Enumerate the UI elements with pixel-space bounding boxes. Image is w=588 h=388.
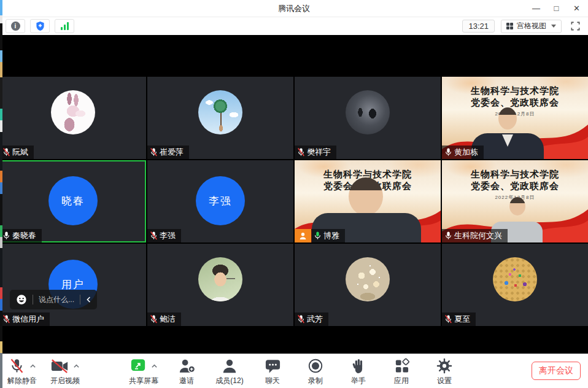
- participant-name: 武芳: [307, 314, 323, 324]
- participant-tile[interactable]: 用户 说点什么...: [0, 244, 146, 326]
- participant-name: 阮斌: [12, 147, 28, 157]
- avatar: 李强: [196, 176, 245, 225]
- desktop-edge-strip: [0, 0, 2, 388]
- mic-muted-icon: [297, 147, 305, 157]
- chevron-up-icon[interactable]: [73, 363, 80, 368]
- participant-name-label: 武芳: [295, 312, 328, 326]
- avatar: [51, 90, 95, 134]
- collapse-chevron-icon[interactable]: [86, 296, 91, 303]
- quick-chat-bubble[interactable]: 说点什么...: [10, 290, 97, 309]
- leave-meeting-button[interactable]: 离开会议: [532, 362, 581, 380]
- mic-muted-icon: [150, 147, 158, 157]
- avatar-art: [346, 257, 390, 301]
- participant-name-label: 阮斌: [0, 146, 34, 159]
- video-stage: 阮斌 崔爱萍: [0, 35, 588, 354]
- fullscreen-button[interactable]: [568, 20, 582, 33]
- quick-chat-placeholder[interactable]: 说点什么...: [39, 295, 74, 305]
- chevron-down-icon: [551, 25, 556, 28]
- person-head: [498, 107, 517, 130]
- raise-hand-button[interactable]: 举手: [344, 357, 373, 386]
- participant-tile[interactable]: 樊祥宇: [295, 77, 441, 159]
- security-button[interactable]: [30, 19, 50, 33]
- apps-button[interactable]: 应用: [387, 357, 416, 386]
- avatar: [346, 257, 390, 301]
- avatar: [198, 90, 242, 134]
- mic-speaking-icon: [314, 231, 322, 240]
- chat-label: 聊天: [265, 376, 280, 386]
- avatar-initials: 晓春: [61, 194, 85, 208]
- participant-tile[interactable]: 武芳: [295, 244, 441, 326]
- view-mode-selector[interactable]: 宫格视图: [501, 20, 562, 33]
- divider: [80, 295, 80, 305]
- settings-button[interactable]: 设置: [430, 357, 459, 386]
- participant-tile[interactable]: 晓春 秦晓春: [0, 160, 146, 243]
- avatar-art: [198, 90, 242, 134]
- participant-tile[interactable]: 生物科学与技术学院 党委会、党政联席会: [295, 160, 441, 243]
- record-icon: [308, 358, 323, 374]
- mic-on-icon: [444, 231, 452, 240]
- participant-tile[interactable]: 鲍洁: [147, 244, 293, 326]
- mic-on-icon: [444, 147, 452, 157]
- participant-name-label: 秦晓春: [0, 229, 42, 243]
- invite-person-icon: [178, 358, 196, 374]
- members-person-icon: [221, 358, 238, 374]
- chat-bubble-icon: [265, 358, 281, 374]
- invite-button[interactable]: 邀请: [172, 357, 201, 386]
- participant-tile[interactable]: 生物科学与技术学院 党委会、党政联席会 2022年12月8日: [442, 77, 588, 159]
- meeting-statusbar: i 13:21 宫格视图: [0, 17, 588, 35]
- network-status-button[interactable]: [55, 19, 74, 33]
- unmute-button[interactable]: 解除静音: [7, 357, 37, 386]
- shield-plus-icon: [36, 21, 45, 31]
- share-screen-button[interactable]: 共享屏幕: [129, 357, 158, 386]
- statusbar-right: 13:21 宫格视图: [462, 20, 582, 33]
- participant-name-label: 生科院何文兴: [442, 229, 508, 243]
- window-title: 腾讯会议: [278, 3, 310, 14]
- invite-label: 邀请: [179, 376, 194, 386]
- participant-name: 生科院何文兴: [454, 231, 502, 240]
- meeting-timer: 13:21: [462, 20, 495, 33]
- chevron-up-icon[interactable]: [29, 363, 36, 368]
- participant-tile[interactable]: 崔爱萍: [147, 77, 293, 159]
- mic-muted-icon: [2, 147, 10, 157]
- record-button[interactable]: 录制: [301, 357, 330, 386]
- toolbar-center-group: 共享屏幕 邀请 成员(12): [129, 357, 459, 386]
- participant-name-label: 博雅: [311, 229, 345, 243]
- host-badge-icon: [295, 229, 311, 243]
- maximize-button[interactable]: □: [546, 0, 567, 17]
- participant-name-label: 鲍洁: [147, 312, 181, 326]
- meeting-info-button[interactable]: i: [6, 19, 25, 33]
- info-icon: i: [11, 21, 20, 31]
- apps-label: 应用: [394, 376, 409, 386]
- participant-name: 博雅: [323, 231, 339, 240]
- avatar: [198, 257, 242, 301]
- chat-button[interactable]: 聊天: [258, 357, 287, 386]
- start-video-label: 开启视频: [50, 376, 80, 386]
- participant-name: 樊祥宇: [307, 147, 331, 157]
- avatar: [346, 90, 390, 134]
- participant-name: 鲍洁: [160, 314, 176, 324]
- meeting-toolbar: 解除静音 开启视频: [0, 354, 588, 388]
- statusbar-left: i: [6, 19, 74, 33]
- close-button[interactable]: ✕: [567, 0, 587, 17]
- participant-tile[interactable]: 阮斌: [0, 77, 146, 159]
- mic-on-icon: [2, 231, 10, 240]
- members-button[interactable]: 成员(12): [215, 357, 244, 386]
- divider: [33, 295, 33, 305]
- avatar-initials: 李强: [209, 194, 232, 208]
- raise-hand-label: 举手: [351, 376, 366, 386]
- view-mode-label: 宫格视图: [517, 21, 546, 31]
- participant-tile[interactable]: 夏至: [442, 244, 588, 326]
- minimize-button[interactable]: —: [526, 0, 546, 17]
- participant-tile[interactable]: 李强 李强: [147, 160, 293, 243]
- record-label: 录制: [308, 376, 323, 386]
- avatar-art: [346, 90, 390, 134]
- person-head: [509, 197, 525, 215]
- emoji-smiley-icon[interactable]: [16, 294, 27, 305]
- network-signal-icon: [61, 22, 69, 30]
- participant-name: 秦晓春: [12, 231, 36, 240]
- participant-name-label: 黄加栋: [442, 146, 484, 159]
- start-video-button[interactable]: 开启视频: [50, 357, 80, 386]
- chevron-up-icon[interactable]: [151, 363, 158, 368]
- participant-tile[interactable]: 生物科学与技术学院 党委会、党政联席会 2022年12月8日: [442, 160, 588, 243]
- camera-off-icon: [50, 359, 69, 374]
